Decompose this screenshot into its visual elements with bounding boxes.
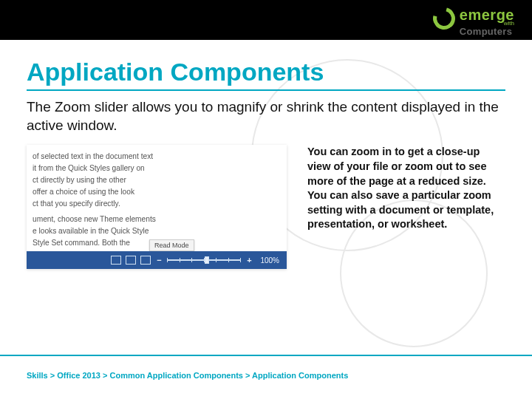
doc-line: e looks available in the Quick Style <box>33 225 156 237</box>
breadcrumb: Skills > Office 2013 > Common Applicatio… <box>27 371 348 380</box>
word-status-bar: − + 100% <box>27 251 287 269</box>
doc-line: ument, choose new Theme elements <box>33 214 156 225</box>
logo-mark-icon <box>429 4 459 34</box>
doc-line: of selected text in the document text <box>33 151 156 163</box>
zoom-percent-label[interactable]: 100% <box>260 256 279 265</box>
doc-line: Style Set command. Both the <box>33 237 156 249</box>
zoom-slider[interactable] <box>167 256 241 265</box>
slide-content: Application Components The Zoom slider a… <box>0 40 532 269</box>
top-bar: emerge with Computers <box>0 0 532 40</box>
word-screenshot: of selected text in the document text it… <box>27 145 287 269</box>
lead-text: The Zoom slider allows you to magnify or… <box>27 98 505 134</box>
read-mode-tooltip: Read Mode <box>149 239 194 251</box>
logo-sub: Computers <box>460 27 514 36</box>
doc-line: offer a choice of using the look <box>33 186 156 198</box>
zoom-slider-thumb[interactable] <box>205 256 209 264</box>
doc-line: ct that you specify directly. <box>33 198 156 210</box>
print-layout-view-icon[interactable] <box>126 256 136 265</box>
doc-line: ct directly by using the other <box>33 174 156 186</box>
zoom-slider-ticks <box>167 258 241 262</box>
logo-text: emerge with Computers <box>460 7 514 36</box>
zoom-in-button[interactable]: + <box>245 256 253 265</box>
doc-line: it from the Quick Styles gallery on <box>33 163 156 174</box>
footer-divider <box>0 355 532 356</box>
zoom-out-button[interactable]: − <box>155 256 163 265</box>
web-layout-view-icon[interactable] <box>140 256 151 265</box>
brand-logo: emerge with Computers <box>433 7 514 36</box>
page-title: Application Components <box>27 58 505 91</box>
two-column: of selected text in the document text it… <box>27 145 505 269</box>
read-mode-view-icon[interactable] <box>111 256 121 265</box>
body-paragraph: You can zoom in to get a close-up view o… <box>307 145 505 231</box>
